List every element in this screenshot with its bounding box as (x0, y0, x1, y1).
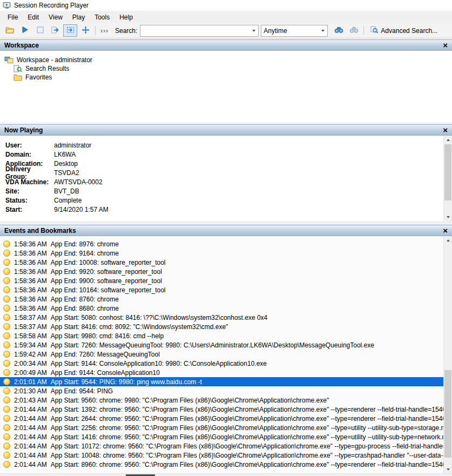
scroll-thumb[interactable] (444, 370, 451, 458)
event-row[interactable]: 2:01:44 AMApp Start: 8960: chrome: 9560:… (0, 460, 452, 469)
events-scrollbar[interactable] (443, 236, 452, 473)
search-label: Search: (115, 27, 137, 35)
event-row[interactable]: 1:58:36 AMApp End: 9920: software_report… (0, 267, 452, 276)
event-text: App End: 8680: chrome (51, 305, 119, 312)
event-row[interactable]: 2:01:44 AMApp Start: 2256: chrome: 9560:… (0, 423, 452, 432)
event-row[interactable]: 1:59:42 AMApp End: 7260: MessageQueuingT… (0, 350, 452, 359)
event-row[interactable]: 2:01:44 AMApp Start: 1392: chrome: 9560:… (0, 405, 452, 414)
favorites-folder-icon (14, 74, 22, 81)
tree-item-label: Favorites (25, 73, 52, 81)
event-bullet-icon (3, 351, 10, 358)
event-row[interactable]: 1:58:36 AMApp End: 8976: chrome (0, 239, 452, 249)
menu-file[interactable]: File (3, 12, 23, 23)
event-text: App End: 10008: software_reporter_tool (51, 259, 166, 266)
time-filter-dropdown-arrow-icon[interactable] (319, 25, 327, 36)
menu-play[interactable]: Play (68, 12, 90, 23)
event-row[interactable]: 2:00:49 AMApp End: 9144: ConsoleApplicat… (0, 368, 452, 377)
workspace-root-icon (4, 56, 14, 64)
seek-event-button[interactable] (48, 24, 62, 37)
event-time: 1:58:58 AM (14, 332, 47, 340)
field-label: Domain: (5, 151, 54, 158)
menu-help[interactable]: Help (114, 12, 138, 23)
search-combobox[interactable] (140, 25, 259, 37)
search-input[interactable] (143, 25, 249, 37)
event-text: App Start: 2256: chrome: 9560: "C:\Progr… (51, 424, 452, 432)
now-playing-panel: Now Playing User:administratorDomain:LK6… (0, 124, 452, 221)
tree-item-favorites[interactable]: Favorites (0, 73, 452, 82)
open-file-button[interactable] (3, 24, 17, 37)
tree-item-workspace-root[interactable]: Workspace - administrator (0, 56, 452, 64)
scroll-up-arrow-icon[interactable] (444, 236, 452, 244)
event-row[interactable]: 1:58:36 AMApp End: 8760: chrome (0, 294, 452, 304)
field-value: BVT_DB (54, 187, 79, 195)
event-row[interactable]: 1:58:36 AMApp End: 8680: chrome (0, 304, 452, 313)
event-time: 2:01:01 AM (14, 378, 47, 386)
event-text: App Start: 10048: chrome: 9560: "C:\Prog… (51, 452, 452, 459)
scroll-up-arrow-icon[interactable] (444, 136, 452, 144)
play-button[interactable] (18, 24, 32, 37)
workspace-close-button[interactable] (443, 41, 448, 49)
event-text: App Start: 7260: MessageQueuingTool: 998… (51, 341, 374, 349)
time-filter-value: Anytime (264, 27, 319, 35)
event-bullet-icon (3, 332, 10, 339)
advanced-search-button[interactable]: Advanced Search... (366, 24, 442, 37)
event-row[interactable]: 2:01:44 AMApp Start: 2644: chrome: 9560:… (0, 414, 452, 423)
event-bullet-icon (3, 296, 10, 303)
menu-edit[interactable]: Edit (23, 12, 44, 23)
event-row[interactable]: 2:00:34 AMApp Start: 9144: ConsoleApplic… (0, 359, 452, 368)
search-dropdown-arrow-icon[interactable] (249, 25, 258, 36)
event-row[interactable]: 1:58:58 AMApp Start: 9980: cmd: 8416: cm… (0, 331, 452, 340)
event-time: 1:58:37 AM (14, 314, 47, 321)
scroll-thumb[interactable] (444, 144, 451, 200)
event-row[interactable]: 2:01:30 AMApp End: 9544: PING (0, 386, 452, 395)
event-text: App End: 10164: software_reporter_tool (51, 286, 166, 294)
event-time: 2:01:30 AM (14, 387, 47, 395)
field-label: VDA Machine: (5, 178, 54, 186)
event-text: App Start: 8960: chrome: 9560: "C:\Progr… (51, 461, 452, 468)
event-text: App Start: 9560: chrome: 9980: "C:\Progr… (51, 397, 329, 404)
event-row[interactable]: 2:01:44 AMApp Start: 1416: chrome: 9560:… (0, 432, 452, 441)
events-list-container: 1:58:36 AMApp End: 8976: chrome1:58:36 A… (0, 236, 452, 473)
toolbar-overflow-chevron-icon[interactable] (98, 27, 111, 35)
pan-button[interactable] (78, 24, 92, 37)
now-playing-field: Application:Desktop (0, 159, 452, 168)
find-next-button[interactable] (332, 24, 346, 37)
event-row[interactable]: 2:01:01 AMApp Start: 9544: PING: 9980: p… (0, 377, 452, 386)
event-row[interactable]: 1:58:36 AMApp End: 10008: software_repor… (0, 258, 452, 267)
event-bullet-icon (3, 424, 10, 431)
event-time: 1:58:36 AM (14, 305, 47, 312)
find-previous-button[interactable] (347, 24, 361, 37)
event-text: App Start: 1416: chrome: 9560: "C:\Progr… (51, 433, 452, 441)
time-filter-combobox[interactable]: Anytime (261, 25, 328, 37)
event-row[interactable]: 1:58:36 AMApp End: 9900: software_report… (0, 276, 452, 285)
event-bullet-icon (3, 250, 10, 257)
frame-view-button[interactable] (33, 24, 47, 37)
event-bullet-icon (3, 259, 10, 266)
event-row[interactable]: 1:58:36 AMApp End: 9164: chrome (0, 249, 452, 258)
event-time: 2:01:44 AM (14, 406, 47, 413)
events-horizontal-scrollbar[interactable] (0, 473, 452, 476)
event-row[interactable]: 2:01:44 AMApp Start: 10048: chrome: 9560… (0, 451, 452, 460)
scroll-down-arrow-icon[interactable] (444, 213, 452, 221)
now-playing-scrollbar[interactable] (443, 136, 452, 221)
event-row[interactable]: 1:58:36 AMApp End: 10164: software_repor… (0, 285, 452, 294)
scroll-down-arrow-icon[interactable] (444, 465, 452, 473)
event-row[interactable]: 2:01:43 AMApp Start: 9560: chrome: 9980:… (0, 395, 452, 405)
event-row[interactable]: 1:58:37 AMApp Start: 8416: cmd: 8092: "C… (0, 322, 452, 331)
workspace-panel: Workspace Workspace - administrator Sear… (0, 39, 452, 123)
event-row[interactable]: 2:01:44 AMApp Start: 10172: chrome: 9560… (0, 441, 452, 451)
event-row[interactable]: 1:58:37 AMApp Start: 5080: conhost: 8416… (0, 313, 452, 322)
events-close-button[interactable] (443, 226, 448, 234)
events-panel-title: Events and Bookmarks (4, 227, 76, 234)
event-text: App End: 8976: chrome (51, 240, 119, 248)
snap-to-events-toggle[interactable] (63, 24, 77, 37)
tree-item-search-results[interactable]: Search Results (0, 64, 452, 73)
now-playing-close-button[interactable] (443, 126, 448, 134)
workspace-panel-title: Workspace (4, 42, 39, 49)
event-time: 2:01:44 AM (14, 443, 47, 450)
event-row[interactable]: 1:59:34 AMApp Start: 7260: MessageQueuin… (0, 340, 452, 350)
event-bullet-icon (3, 268, 10, 275)
find-next-binoculars-icon (334, 26, 343, 35)
menu-tools[interactable]: Tools (90, 12, 114, 23)
menu-view[interactable]: View (44, 12, 68, 23)
